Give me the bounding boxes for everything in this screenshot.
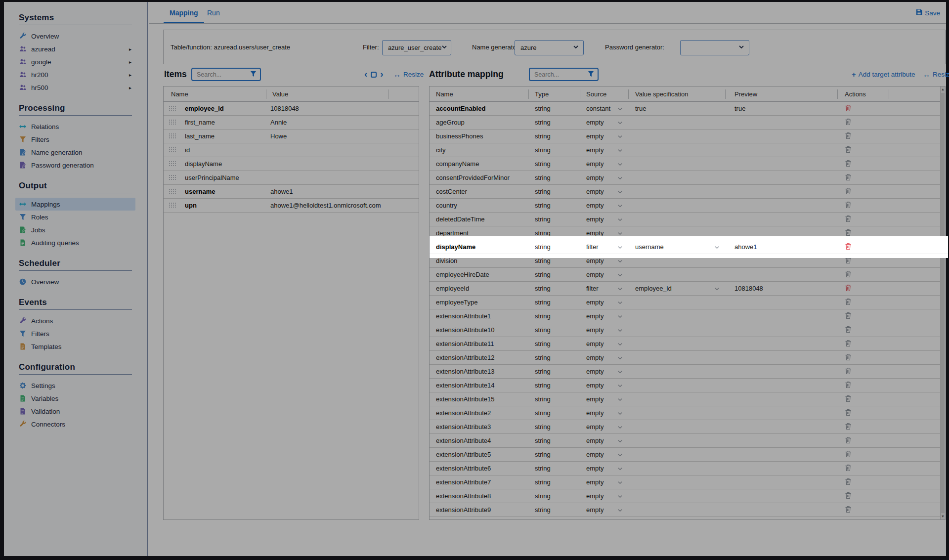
attribute-type: string (529, 243, 580, 251)
source-select[interactable]: filter (580, 243, 629, 251)
preview-value: ahowe1 (726, 243, 838, 251)
value-spec-select[interactable]: username (629, 243, 726, 251)
mapping-row-displayName: displayNamestringfilterusernameahowe1 (430, 240, 948, 254)
dim-overlay (4, 2, 946, 556)
trash-icon[interactable] (845, 243, 852, 250)
chevron-down-icon (714, 244, 720, 250)
attribute-name: displayName (430, 243, 529, 251)
chevron-down-icon (617, 244, 623, 250)
app-window: SystemsOverviewazuread▸google▸hr200▸hr50… (0, 0, 949, 560)
